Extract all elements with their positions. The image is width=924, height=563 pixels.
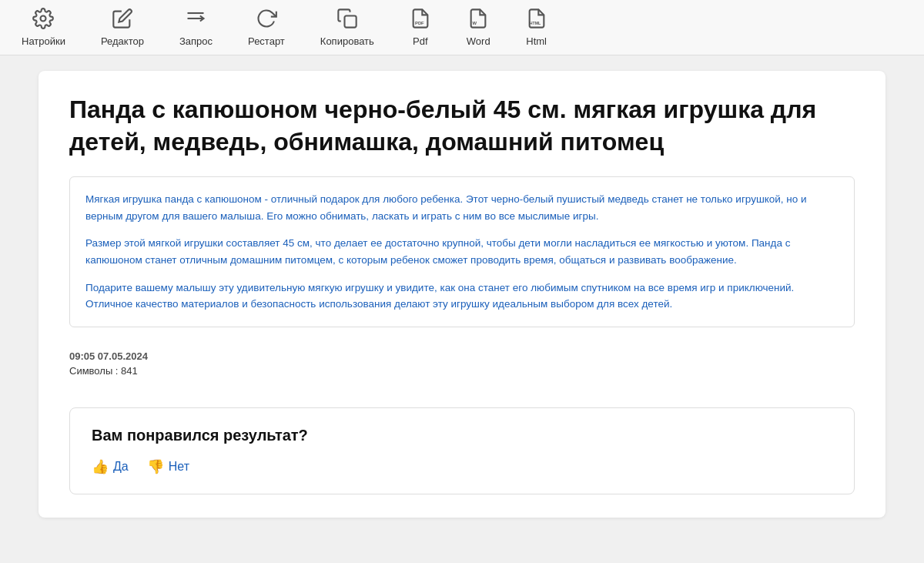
page-title: Панда с капюшоном черно-белый 45 см. мяг… xyxy=(69,94,855,158)
toolbar: Натройки Редактор Запрос Рестарт xyxy=(0,0,924,55)
toolbar-restart[interactable]: Рестарт xyxy=(242,5,291,50)
edit-icon xyxy=(112,8,133,32)
feedback-box: Вам понравился результат? 👍 Да 👎 Нет xyxy=(69,407,855,494)
svg-text:PDF: PDF xyxy=(415,21,424,25)
description-paragraph-2: Размер этой мягкой игрушки составляет 45… xyxy=(85,235,839,268)
request-label: Запрос xyxy=(179,35,213,47)
settings-label: Натройки xyxy=(22,35,65,47)
svg-point-0 xyxy=(41,16,46,22)
main-content: Панда с капюшоном черно-белый 45 см. мяг… xyxy=(38,71,886,518)
toolbar-html[interactable]: HTML Html xyxy=(520,5,554,50)
toolbar-word[interactable]: W Word xyxy=(460,5,497,50)
copy-label: Копировать xyxy=(320,35,374,47)
toolbar-request[interactable]: Запрос xyxy=(173,5,219,50)
toolbar-copy[interactable]: Копировать xyxy=(314,5,380,50)
restart-label: Рестарт xyxy=(248,35,285,47)
word-icon: W xyxy=(467,8,489,32)
no-button[interactable]: 👎 Нет xyxy=(147,458,189,475)
meta-info: 09:05 07.05.2024 Символы : 841 xyxy=(69,343,855,384)
meta-chars: Символы : 841 xyxy=(69,365,855,377)
toolbar-editor[interactable]: Редактор xyxy=(95,5,150,50)
no-label: Нет xyxy=(169,460,189,474)
yes-button[interactable]: 👍 Да xyxy=(92,458,129,475)
thumbs-up-icon: 👍 xyxy=(92,458,109,475)
html-icon: HTML xyxy=(526,8,547,32)
thumbs-down-icon: 👎 xyxy=(147,458,164,475)
svg-text:W: W xyxy=(473,21,477,25)
refresh-icon xyxy=(256,8,277,32)
description-paragraph-3: Подарите вашему малышу эту удивительную … xyxy=(85,280,839,313)
meta-date: 09:05 07.05.2024 xyxy=(69,350,855,362)
toolbar-pdf[interactable]: PDF Pdf xyxy=(403,5,437,50)
description-box: Мягкая игрушка панда с капюшоном - отлич… xyxy=(69,176,855,327)
pdf-label: Pdf xyxy=(413,35,428,47)
pdf-icon: PDF xyxy=(410,8,431,32)
html-label: Html xyxy=(526,35,547,47)
list-arrows-icon xyxy=(185,8,206,32)
word-label: Word xyxy=(467,35,490,47)
description-paragraph-1: Мягкая игрушка панда с капюшоном - отлич… xyxy=(85,191,839,224)
svg-rect-3 xyxy=(344,16,356,28)
yes-label: Да xyxy=(113,460,129,474)
gear-icon xyxy=(32,8,54,32)
feedback-title: Вам понравился результат? xyxy=(92,427,832,444)
toolbar-settings[interactable]: Натройки xyxy=(15,5,72,50)
feedback-buttons: 👍 Да 👎 Нет xyxy=(92,458,832,475)
copy-icon xyxy=(336,8,358,32)
editor-label: Редактор xyxy=(101,35,144,47)
svg-text:HTML: HTML xyxy=(529,21,541,25)
